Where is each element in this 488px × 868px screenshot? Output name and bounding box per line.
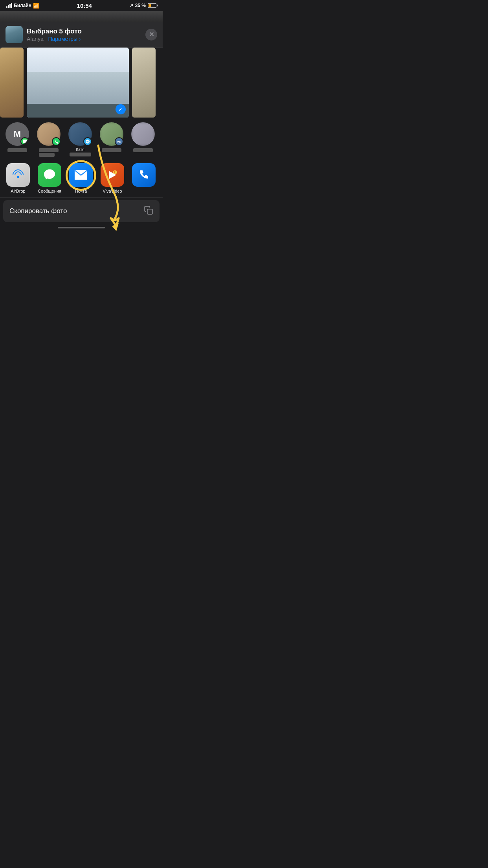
signal-bar-2 xyxy=(8,5,9,8)
copy-photo-action[interactable]: Скопировать фото xyxy=(3,200,160,222)
battery-fill xyxy=(149,4,151,7)
contact-badge-vk: VK xyxy=(115,137,123,146)
status-right: ↗ 35 % xyxy=(130,3,156,8)
chevron-icon: › xyxy=(79,37,81,42)
home-indicator xyxy=(58,227,105,228)
svg-rect-2 xyxy=(147,209,152,214)
top-photo-strip xyxy=(0,11,163,22)
location-icon: ↗ xyxy=(130,3,133,8)
contact-name-blur-2 xyxy=(39,148,59,152)
contact-name-blur-3b xyxy=(70,153,91,156)
app-item-mail[interactable]: Почта xyxy=(67,163,95,193)
side-photo-left xyxy=(0,48,24,118)
vivavideo-icon xyxy=(101,163,124,187)
airdrop-label: AirDrop xyxy=(11,189,25,193)
app-item-phone[interactable] xyxy=(130,163,158,193)
phone-icon xyxy=(132,163,156,187)
carrier-label: Билайн xyxy=(14,3,31,8)
contact-item-katya[interactable]: Катя xyxy=(66,122,94,157)
action-list: Скопировать фото xyxy=(3,200,160,222)
side-photo-right xyxy=(132,48,156,118)
copy-icon xyxy=(144,206,153,217)
contacts-row: M xyxy=(0,118,163,160)
airdrop-icon xyxy=(6,163,30,187)
share-header: Выбрано 5 фото Alanya Параметры › ✕ xyxy=(0,22,163,48)
status-left: Билайн 📶 xyxy=(6,3,39,9)
share-header-text: Выбрано 5 фото Alanya Параметры › xyxy=(27,28,145,42)
contact-avatar-m: M xyxy=(6,122,29,146)
location-text: Alanya xyxy=(27,36,44,42)
contact-name-blur-5 xyxy=(133,148,153,152)
bottom-indicator xyxy=(0,224,163,232)
photo-preview-area: ✓ xyxy=(0,48,163,118)
messages-label: Сообщения xyxy=(38,189,61,193)
signal-bars xyxy=(6,3,12,8)
mail-icon xyxy=(69,163,93,187)
apps-row: AirDrop Сообщения Почта xyxy=(0,160,163,198)
contact-item-m[interactable]: M xyxy=(3,122,31,157)
airdrop-dot xyxy=(17,176,19,178)
copy-photo-label: Скопировать фото xyxy=(9,207,67,215)
contact-badge-whatsapp xyxy=(52,137,61,146)
sky-area xyxy=(27,48,129,72)
main-photo[interactable]: ✓ xyxy=(27,48,129,118)
contact-item-darya[interactable] xyxy=(35,122,63,157)
contact-item-m2[interactable] xyxy=(129,122,157,157)
contact-item-katya2[interactable]: VK xyxy=(97,122,126,157)
mail-label: Почта xyxy=(75,189,87,193)
wifi-icon: 📶 xyxy=(33,3,39,9)
contact-badge-telegram xyxy=(83,137,92,146)
street-area xyxy=(27,104,129,118)
contact-badge-messages xyxy=(20,137,29,146)
battery-icon xyxy=(148,3,156,8)
vivavideo-label: VivaVideo xyxy=(103,189,122,193)
contact-name-katya: Катя xyxy=(70,147,91,152)
share-title: Выбрано 5 фото xyxy=(27,28,145,35)
app-item-messages[interactable]: Сообщения xyxy=(35,163,64,193)
signal-bar-4 xyxy=(11,3,12,8)
signal-bar-1 xyxy=(6,6,7,8)
close-icon: ✕ xyxy=(149,31,154,38)
status-bar: Билайн 📶 10:54 ↗ 35 % xyxy=(0,0,163,11)
app-item-vivavideo[interactable]: VivaVideo xyxy=(98,163,127,193)
contact-avatar-m2 xyxy=(131,122,155,146)
contact-name-blur-4 xyxy=(102,148,121,152)
share-close-button[interactable]: ✕ xyxy=(145,29,157,40)
time-display: 10:54 xyxy=(77,2,92,9)
share-subtitle: Alanya Параметры › xyxy=(27,36,145,42)
photo-checkmark: ✓ xyxy=(116,104,126,114)
copy-photo-action-left: Скопировать фото xyxy=(9,207,67,215)
contact-name-blur-1 xyxy=(7,148,27,152)
signal-bar-3 xyxy=(9,4,11,8)
building-area xyxy=(27,72,129,118)
share-thumbnail xyxy=(6,26,23,43)
messages-icon xyxy=(38,163,61,187)
contact-name-blur-2b xyxy=(39,153,55,157)
parameters-link[interactable]: Параметры xyxy=(48,36,77,42)
battery-percentage: 35 % xyxy=(135,3,146,8)
app-item-airdrop[interactable]: AirDrop xyxy=(4,163,32,193)
thumbnail-image xyxy=(6,26,23,43)
